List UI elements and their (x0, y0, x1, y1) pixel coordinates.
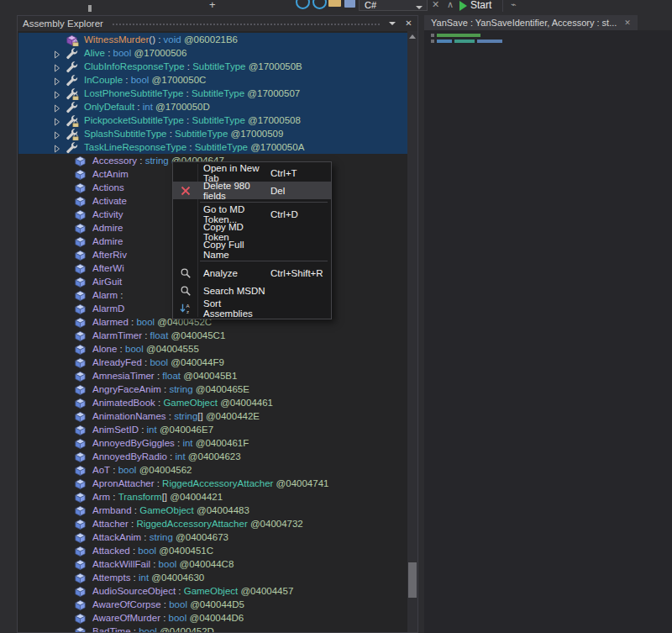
tree-scrollbar[interactable] (407, 31, 417, 632)
menu-item-shortcut: Ctrl+D (270, 209, 331, 219)
tree-item-AnnoyedByRadio[interactable]: AnnoyedByRadio : int @04004623 (18, 450, 407, 463)
language-select[interactable]: C# (359, 0, 428, 11)
field-icon (74, 155, 87, 167)
tree-item-BadTime[interactable]: BadTime : bool @0400452D (18, 625, 407, 632)
plus-icon[interactable]: + (209, 0, 216, 11)
field-icon (74, 316, 87, 329)
tree-item-PickpocketSubtitleType[interactable]: PickpocketSubtitleType : SubtitleType @1… (18, 113, 407, 127)
document-panel: YanSave : YanSaveIdentifier, Accessory :… (424, 15, 672, 633)
close-panel-icon[interactable]: ✕ (402, 18, 415, 29)
expander-icon[interactable] (54, 64, 60, 72)
menu-item-label: Copy Full Name (198, 240, 270, 260)
field-icon (74, 477, 87, 490)
menu-item-sort-assemblies[interactable]: AzSort Assemblies (173, 299, 331, 317)
start-button-label[interactable]: Start (470, 0, 491, 11)
panel-title: Assembly Explorer (18, 18, 103, 29)
tree-item-AlreadyFed[interactable]: AlreadyFed : bool @040044F9 (18, 356, 407, 369)
tree-item-label: AnimSetID : int @040046E7 (92, 423, 213, 436)
navigate-forward-icon[interactable] (312, 0, 327, 9)
tree-item-AttackWillFail[interactable]: AttackWillFail : bool @040044C8 (18, 557, 407, 571)
menu-item-delete-980-fields[interactable]: Delete 980 fieldsDel (173, 182, 331, 199)
menu-item-copy-md-token[interactable]: Copy MD Token (173, 223, 331, 240)
tree-item-OnlyDefault[interactable]: OnlyDefault : int @1700050D (18, 100, 407, 113)
field-icon (74, 625, 87, 632)
field-icon (74, 599, 87, 611)
tree-item-Alive[interactable]: Alive : bool @17000506 (18, 46, 407, 60)
tree-item-label: ActAnim (92, 167, 129, 181)
toolbar-icon-fragment[interactable] (88, 5, 92, 12)
tree-item-label: AlreadyFed : bool @040044F9 (92, 356, 224, 369)
titlebar-grip-texture (112, 23, 381, 27)
tree-item-LostPhoneSubtitleType[interactable]: LostPhoneSubtitleType : SubtitleType @17… (18, 87, 407, 100)
menu-item-search-msdn[interactable]: Search MSDN (173, 282, 331, 299)
menu-item-shortcut: Del (270, 186, 331, 196)
property-wrench-icon (66, 74, 78, 87)
expander-icon[interactable] (54, 50, 60, 59)
menu-item-go-to-md-token[interactable]: Go to MD Token...Ctrl+D (173, 205, 331, 223)
open-folder-icon[interactable] (328, 0, 341, 7)
tree-item-SplashSubtitleType[interactable]: SplashSubtitleType : SubtitleType @17000… (18, 127, 407, 140)
wrench-toolbar-icon[interactable]: ⌁ (511, 0, 517, 10)
code-preview-comment-line (431, 34, 480, 37)
tree-item-label: SplashSubtitleType : SubtitleType @17000… (84, 127, 283, 140)
expander-icon[interactable] (54, 118, 60, 126)
tree-item-ClubInfoResponseType[interactable]: ClubInfoResponseType : SubtitleType @170… (18, 60, 407, 73)
tree-item-label: Admire (92, 221, 123, 235)
tree-item-ApronAttacher[interactable]: ApronAttacher : RiggedAccessoryAttacher … (18, 477, 407, 490)
tree-item-InCouple[interactable]: InCouple : bool @1700050C (18, 73, 407, 87)
tree-item-AwareOfCorpse[interactable]: AwareOfCorpse : bool @040044D5 (18, 598, 407, 611)
scrollbar-thumb[interactable] (408, 562, 417, 598)
tree-item-AnimationNames[interactable]: AnimationNames : string[] @0400442E (18, 409, 407, 423)
expander-icon[interactable] (54, 77, 60, 86)
tab-close-icon[interactable]: ✕ (624, 18, 631, 27)
tree-item-TaskLineResponseType[interactable]: TaskLineResponseType : SubtitleType @170… (18, 140, 407, 154)
menu-item-shortcut: Ctrl+Shift+R (270, 268, 331, 278)
tree-item-Arm[interactable]: Arm : Transform[] @04004421 (18, 490, 407, 504)
assembly-tree: WitnessMurder() : void @060021B6Alive : … (18, 31, 407, 632)
tree-item-AnnoyedByGiggles[interactable]: AnnoyedByGiggles : int @0400461F (18, 436, 407, 450)
tree-item-AwareOfMurder[interactable]: AwareOfMurder : bool @040044D6 (18, 611, 407, 625)
tree-item-AoT[interactable]: AoT : bool @04004562 (18, 463, 407, 477)
tree-item-AngryFaceAnim[interactable]: AngryFaceAnim : string @0400465E (18, 382, 407, 396)
tree-item-label: AnimationNames : string[] @0400442E (92, 409, 260, 423)
field-icon (74, 208, 87, 221)
tree-item-AmnesiaTimer[interactable]: AmnesiaTimer : float @040045B1 (18, 369, 407, 382)
menu-item-open-in-new-tab[interactable]: Open in New TabCtrl+T (173, 164, 331, 182)
tree-item-label: AnimatedBook : GameObject @04004461 (92, 396, 273, 409)
scroll-up-arrow-icon[interactable] (409, 34, 416, 39)
tree-item-WitnessMurder[interactable]: WitnessMurder() : void @060021B6 (18, 33, 407, 46)
tree-item-AnimatedBook[interactable]: AnimatedBook : GameObject @04004461 (18, 396, 407, 409)
tree-item-AnimSetID[interactable]: AnimSetID : int @040046E7 (18, 423, 407, 436)
expander-icon[interactable] (54, 104, 60, 113)
tree-item-Attacher[interactable]: Attacher : RiggedAccessoryAttacher @0400… (18, 517, 407, 530)
code-editor[interactable] (424, 30, 672, 633)
menu-item-copy-full-name[interactable]: Copy Full Name (173, 240, 331, 258)
tree-item-Attempts[interactable]: Attempts : int @04004630 (18, 571, 407, 584)
field-icon (74, 437, 87, 450)
expander-icon[interactable] (54, 145, 60, 153)
field-icon (74, 504, 87, 517)
field-icon (74, 558, 87, 571)
expander-icon[interactable] (54, 91, 60, 99)
tree-item-label: ClubInfoResponseType : SubtitleType @170… (84, 60, 302, 73)
field-icon (74, 451, 87, 463)
menu-item-analyze[interactable]: AnalyzeCtrl+Shift+R (173, 264, 331, 282)
chevron-up-icon[interactable]: ∧ (447, 0, 454, 10)
close-x-icon[interactable]: ✕ (432, 0, 439, 10)
field-icon (74, 545, 87, 557)
tree-item-AudioSourceObject[interactable]: AudioSourceObject : GameObject @04004457 (18, 584, 407, 598)
expander-icon[interactable] (54, 131, 60, 140)
code-preview-code-line (431, 40, 502, 43)
tree-item-AlarmTimer[interactable]: AlarmTimer : float @040045C1 (18, 329, 407, 342)
navigate-back-icon[interactable] (296, 0, 310, 9)
tree-item-Alone[interactable]: Alone : bool @04004555 (18, 342, 407, 356)
tree-item-Attacked[interactable]: Attacked : bool @0400451C (18, 544, 407, 557)
window-position-menu-icon[interactable] (389, 22, 396, 25)
start-play-icon[interactable] (459, 1, 467, 11)
toolbar-separator (502, 0, 503, 12)
field-icon (74, 289, 87, 302)
save-icon[interactable] (344, 0, 355, 8)
tab-yansave[interactable]: YanSave : YanSaveIdentifier, Accessory :… (424, 15, 638, 30)
tree-item-AttackAnim[interactable]: AttackAnim : string @04004673 (18, 530, 407, 544)
tree-item-Armband[interactable]: Armband : GameObject @04004483 (18, 504, 407, 517)
